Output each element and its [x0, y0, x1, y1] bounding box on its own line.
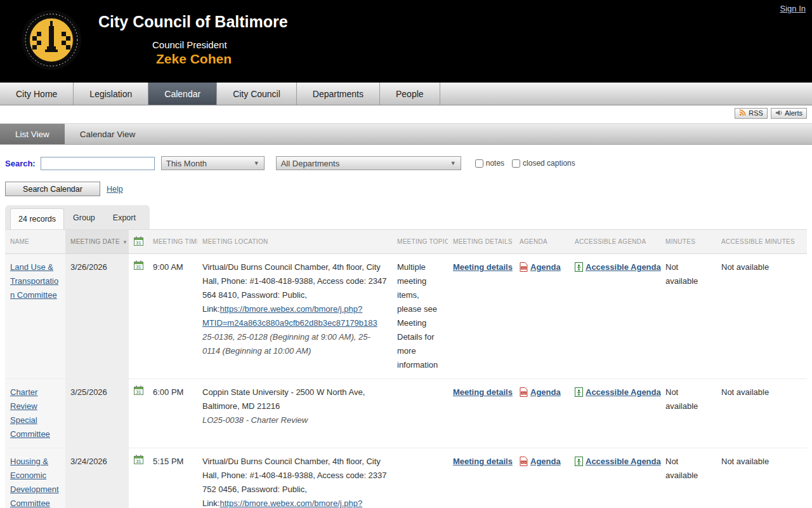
departments-selected-value: All Departments	[281, 159, 339, 168]
accessible-document-icon[interactable]	[575, 455, 583, 471]
minutes-status: Not available	[660, 379, 716, 448]
tab-calendar-view[interactable]: Calendar View	[65, 124, 151, 144]
accessible-document-icon[interactable]	[575, 260, 583, 276]
search-input[interactable]	[41, 157, 155, 170]
date-range-selected-value: This Month	[166, 159, 207, 168]
column-header-agenda[interactable]: AGENDA	[514, 230, 570, 254]
meeting-date: 3/25/2026	[65, 379, 129, 448]
baltimore-city-seal-logo	[21, 10, 82, 73]
agenda-link[interactable]: Agenda	[530, 260, 561, 274]
add-to-calendar-icon[interactable]: 31	[134, 457, 143, 466]
tab-list-view[interactable]: List View	[0, 124, 65, 144]
records-count: 24 records	[10, 208, 64, 229]
column-header-meeting-topic[interactable]: MEETING TOPIC	[392, 230, 448, 254]
search-area: Search: This Month ▼ All Departments ▼ n…	[0, 145, 812, 196]
calendar-table: NAME MEETING DATE▼ 31 MEETING TIME MEETI…	[5, 229, 807, 508]
column-header-minutes[interactable]: MINUTES	[660, 230, 716, 254]
meeting-topic	[392, 448, 448, 508]
column-header-accessible-minutes[interactable]: ACCESSIBLE MINUTES	[716, 230, 807, 254]
sign-in-link[interactable]: Sign In	[780, 4, 806, 13]
meeting-details-link[interactable]: Meeting details	[453, 457, 513, 466]
departments-dropdown[interactable]: All Departments ▼	[276, 156, 461, 170]
column-header-meeting-date[interactable]: MEETING DATE▼	[65, 230, 129, 254]
column-header-meeting-location[interactable]: MEETING LOCATION	[197, 230, 392, 254]
pdf-icon[interactable]: PDF	[520, 260, 528, 276]
svg-text:31: 31	[136, 241, 141, 245]
svg-text:PDF: PDF	[521, 462, 527, 464]
rss-button-label: RSS	[749, 109, 763, 117]
nav-tab-calendar[interactable]: Calendar	[148, 83, 217, 105]
add-to-calendar-icon[interactable]: 31	[134, 387, 143, 397]
rss-button[interactable]: RSS	[735, 108, 768, 119]
closed-captions-checkbox[interactable]	[512, 159, 520, 168]
meeting-time: 5:15 PM	[148, 448, 197, 508]
main-nav: City Home Legislation Calendar City Coun…	[0, 83, 812, 105]
nav-tab-people[interactable]: People	[380, 83, 440, 105]
svg-text:31: 31	[136, 265, 141, 269]
column-header-meeting-details[interactable]: MEETING DETAILS	[448, 230, 514, 254]
svg-text:31: 31	[136, 459, 141, 464]
search-calendar-button[interactable]: Search Calendar	[5, 182, 100, 196]
records-toolbar: 24 records Group Export	[5, 205, 150, 229]
help-link[interactable]: Help	[107, 185, 123, 194]
webex-link[interactable]: https://bmore.webex.com/bmore/j.php?MTID…	[202, 498, 376, 508]
meeting-location: Virtual/Du Burns Council Chamber, 4th fl…	[197, 254, 392, 379]
calendar-icon: 31	[134, 240, 143, 247]
sort-descending-icon: ▼	[122, 239, 128, 245]
meeting-time: 9:00 AM	[148, 254, 197, 379]
meeting-details-link[interactable]: Meeting details	[453, 387, 513, 397]
notes-checkbox[interactable]	[475, 159, 483, 168]
chevron-down-icon: ▼	[450, 160, 456, 166]
accessible-document-icon[interactable]	[575, 385, 583, 401]
column-header-accessible-agenda[interactable]: ACCESSIBLE AGENDA	[570, 230, 660, 254]
rss-icon	[739, 109, 746, 117]
chevron-down-icon: ▼	[254, 160, 259, 166]
date-range-dropdown[interactable]: This Month ▼	[161, 156, 265, 170]
export-button[interactable]: Export	[104, 206, 145, 229]
alerts-button[interactable]: Alerts	[771, 108, 807, 119]
nav-tab-legislation[interactable]: Legislation	[74, 83, 148, 105]
site-header: City Council of Baltimore Council Presid…	[0, 0, 812, 83]
closed-captions-checkbox-label: closed captions	[523, 159, 575, 168]
table-row: Charter Review Special Committee 3/25/20…	[5, 379, 807, 448]
accessible-agenda-link[interactable]: Accessible Agenda	[586, 385, 661, 399]
meeting-location-note: LO25-0038 - Charter Review	[202, 413, 387, 427]
column-header-name[interactable]: NAME	[5, 230, 65, 254]
add-to-calendar-icon[interactable]: 31	[134, 262, 143, 272]
svg-text:31: 31	[136, 390, 141, 394]
nav-tab-city-home[interactable]: City Home	[0, 83, 74, 105]
council-president-label: Council President	[152, 39, 227, 50]
search-label: Search:	[5, 159, 36, 168]
alerts-megaphone-icon	[775, 109, 782, 117]
table-header-row: NAME MEETING DATE▼ 31 MEETING TIME MEETI…	[5, 230, 807, 254]
committee-name-link[interactable]: Land Use & Transportation Committee	[10, 262, 58, 300]
group-button[interactable]: Group	[64, 206, 104, 229]
pdf-icon[interactable]: PDF	[520, 385, 528, 401]
svg-text:PDF: PDF	[521, 267, 527, 270]
table-row: Housing & Economic Development Committee…	[5, 448, 807, 508]
nav-tab-city-council[interactable]: City Council	[217, 83, 297, 105]
meeting-location: Coppin State University - 2500 W North A…	[197, 379, 392, 448]
meeting-topic: Multiple meeting items, please see Meeti…	[392, 254, 448, 379]
alerts-button-label: Alerts	[785, 109, 802, 117]
svg-text:PDF: PDF	[521, 392, 527, 395]
committee-name-link[interactable]: Charter Review Special Committee	[10, 387, 50, 439]
council-president-name: Zeke Cohen	[156, 51, 232, 67]
webex-link[interactable]: https://bmore.webex.com/bmore/j.php?MTID…	[202, 304, 377, 328]
committee-name-link[interactable]: Housing & Economic Development Committee	[10, 457, 59, 508]
nav-tab-departments[interactable]: Departments	[297, 83, 380, 105]
column-header-ical: 31	[129, 230, 148, 254]
meeting-location-text: Coppin State University - 2500 W North A…	[202, 387, 365, 411]
meeting-time: 6:00 PM	[148, 379, 197, 448]
column-header-meeting-time[interactable]: MEETING TIME	[148, 230, 197, 254]
agenda-link[interactable]: Agenda	[530, 455, 561, 469]
agenda-link[interactable]: Agenda	[530, 385, 561, 399]
table-row: Land Use & Transportation Committee 3/26…	[5, 254, 807, 379]
accessible-agenda-link[interactable]: Accessible Agenda	[586, 455, 661, 469]
accessible-minutes-status: Not available	[716, 254, 807, 379]
accessible-agenda-link[interactable]: Accessible Agenda	[586, 260, 661, 274]
meeting-details-link[interactable]: Meeting details	[453, 262, 513, 272]
meeting-location: Virtual/Du Burns Council Chamber, 4th fl…	[197, 448, 392, 508]
pdf-icon[interactable]: PDF	[520, 455, 528, 471]
notes-checkbox-label: notes	[486, 159, 504, 168]
